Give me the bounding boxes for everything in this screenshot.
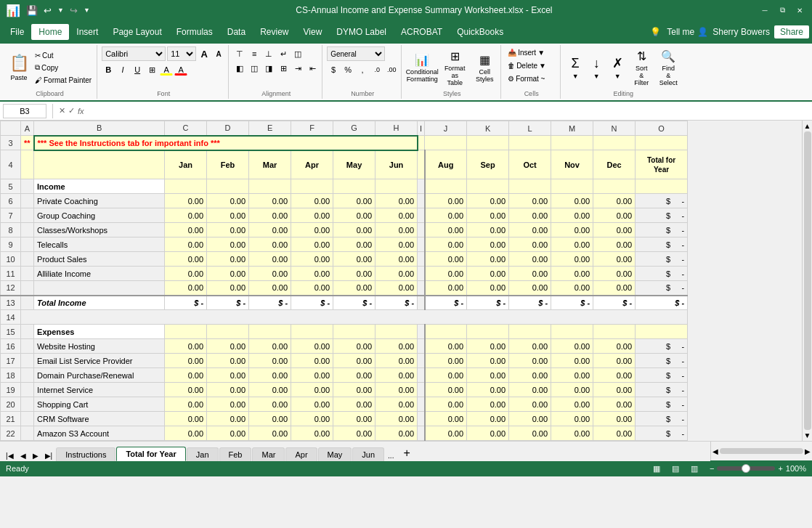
view-normal-icon[interactable]: ▦ [653, 464, 660, 474]
cell-F5[interactable] [291, 179, 333, 194]
cell-O20[interactable]: $ - [636, 397, 688, 412]
cell-I5[interactable] [418, 179, 425, 194]
zoom-in-button[interactable]: + [778, 464, 782, 473]
cell-D17[interactable]: 0.00 [207, 354, 249, 368]
indent-button[interactable]: ⇥ [291, 61, 304, 74]
font-size-select[interactable]: 11 [167, 46, 196, 61]
cell-L19[interactable]: 0.00 [509, 383, 551, 397]
cell-H20[interactable]: 0.00 [375, 397, 418, 412]
menu-formulas[interactable]: Formulas [169, 24, 220, 40]
cell-C18[interactable]: 0.00 [165, 368, 207, 383]
cell-A18[interactable] [21, 368, 34, 383]
cell-L9[interactable]: 0.00 [509, 237, 551, 252]
cell-I17[interactable] [418, 354, 425, 368]
cell-F19[interactable]: 0.00 [291, 383, 333, 397]
cell-C4-jan[interactable]: Jan [165, 150, 207, 179]
align-right-button[interactable]: ◨ [262, 61, 275, 74]
cell-J16[interactable]: 0.00 [425, 339, 467, 354]
cell-C8[interactable]: 0.00 [165, 223, 207, 237]
cell-H19[interactable]: 0.00 [375, 383, 418, 397]
cell-H6[interactable]: 0.00 [375, 194, 418, 208]
cell-G10[interactable]: 0.00 [333, 252, 375, 267]
format-as-table-button[interactable]: ⊞ Format asTable [439, 49, 471, 86]
cell-N15[interactable] [593, 325, 636, 339]
restore-button[interactable]: ⧉ [776, 4, 789, 17]
cell-O15[interactable] [636, 325, 688, 339]
cell-M19[interactable]: 0.00 [551, 383, 593, 397]
sort-filter-button[interactable]: ⇅ Sort &Filter [628, 49, 654, 86]
cell-I12[interactable] [418, 281, 425, 296]
cell-L4-oct[interactable]: Oct [509, 150, 551, 179]
cell-M9[interactable]: 0.00 [551, 237, 593, 252]
cell-E22[interactable]: 0.00 [249, 426, 291, 441]
cell-C22[interactable]: 0.00 [165, 426, 207, 441]
cell-D12[interactable]: 0.00 [207, 281, 249, 296]
cell-K15[interactable] [467, 325, 509, 339]
increase-decimal-button[interactable]: .0 [370, 62, 383, 76]
cell-L7[interactable]: 0.00 [509, 208, 551, 223]
tab-more-button[interactable]: ... [385, 450, 397, 461]
cell-O3[interactable] [636, 136, 688, 150]
sheet-tab-instructions[interactable]: Instructions [56, 447, 115, 461]
cell-F18[interactable]: 0.00 [291, 368, 333, 383]
border-button[interactable]: ⊞ [145, 62, 158, 76]
cell-M6[interactable]: 0.00 [551, 194, 593, 208]
cell-A16[interactable] [21, 339, 34, 354]
cell-K12[interactable]: 0.00 [467, 281, 509, 296]
cell-F15[interactable] [291, 325, 333, 339]
align-top-button[interactable]: ⊤ [233, 46, 246, 60]
cell-J6[interactable]: 0.00 [425, 194, 467, 208]
cell-I22[interactable] [418, 426, 425, 441]
cell-E18[interactable]: 0.00 [249, 368, 291, 383]
col-header-F[interactable]: F [291, 121, 333, 136]
col-header-B[interactable]: B [34, 121, 165, 136]
cell-K21[interactable]: 0.00 [467, 412, 509, 426]
cell-G6[interactable]: 0.00 [333, 194, 375, 208]
cell-H5[interactable] [375, 179, 418, 194]
cell-N8[interactable]: 0.00 [593, 223, 636, 237]
align-center-button[interactable]: ◫ [248, 61, 261, 74]
cell-F11[interactable]: 0.00 [291, 267, 333, 281]
cell-J3[interactable] [425, 136, 467, 150]
cell-M18[interactable]: 0.00 [551, 368, 593, 383]
cell-K9[interactable]: 0.00 [467, 237, 509, 252]
cell-N7[interactable]: 0.00 [593, 208, 636, 223]
cell-H18[interactable]: 0.00 [375, 368, 418, 383]
cell-K19[interactable]: 0.00 [467, 383, 509, 397]
cell-O6[interactable]: $ - [636, 194, 688, 208]
comma-button[interactable]: , [356, 62, 369, 76]
cell-N6[interactable]: 0.00 [593, 194, 636, 208]
cell-F21[interactable]: 0.00 [291, 412, 333, 426]
cell-L22[interactable]: 0.00 [509, 426, 551, 441]
col-header-N[interactable]: N [593, 121, 636, 136]
menu-insert[interactable]: Insert [69, 24, 105, 40]
cell-O16[interactable]: $ - [636, 339, 688, 354]
cell-L3[interactable] [509, 136, 551, 150]
cell-I6[interactable] [418, 194, 425, 208]
cell-G5[interactable] [333, 179, 375, 194]
cell-B15-expenses[interactable]: Expenses [34, 325, 165, 339]
cell-C17[interactable]: 0.00 [165, 354, 207, 368]
cell-reference-input[interactable] [3, 104, 46, 118]
col-header-L[interactable]: L [509, 121, 551, 136]
cell-C6[interactable]: 0.00 [165, 194, 207, 208]
cell-B4[interactable] [34, 150, 165, 179]
cell-L8[interactable]: 0.00 [509, 223, 551, 237]
cell-E4-mar[interactable]: Mar [249, 150, 291, 179]
cell-A4[interactable] [21, 150, 34, 179]
cell-E13[interactable]: $ - [249, 296, 291, 310]
cell-B18[interactable]: Domain Purchase/Renewal [34, 368, 165, 383]
cell-C16[interactable]: 0.00 [165, 339, 207, 354]
cell-K4-sep[interactable]: Sep [467, 150, 509, 179]
menu-file[interactable]: File [3, 24, 31, 40]
cell-G16[interactable]: 0.00 [333, 339, 375, 354]
sheet-tab-total-for-year[interactable]: Total for Year [116, 447, 185, 461]
cell-G11[interactable]: 0.00 [333, 267, 375, 281]
cell-F16[interactable]: 0.00 [291, 339, 333, 354]
cell-C5[interactable] [165, 179, 207, 194]
cell-F13[interactable]: $ - [291, 296, 333, 310]
customize-icon[interactable]: ▼ [84, 7, 90, 14]
paste-button[interactable]: 📋 Paste [6, 49, 32, 86]
cell-E11[interactable]: 0.00 [249, 267, 291, 281]
font-color-button[interactable]: A [174, 62, 187, 76]
